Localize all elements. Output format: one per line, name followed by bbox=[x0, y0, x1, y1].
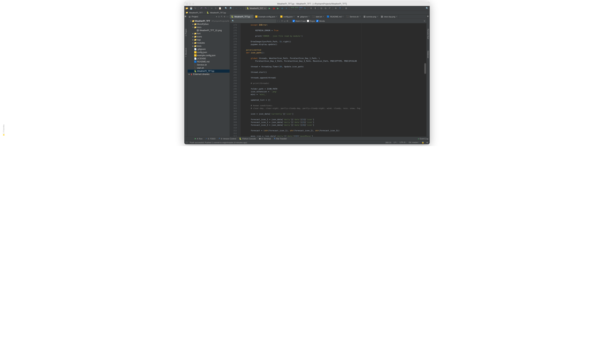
debug-icon[interactable]: 🐞 bbox=[272, 7, 275, 10]
compare-icon[interactable]: ⧉ bbox=[320, 7, 323, 10]
add-selection-icon[interactable]: ⊓ bbox=[281, 20, 283, 22]
vcs-tool-tab[interactable]: ↱9: Version Control bbox=[218, 138, 236, 140]
vcs-update-icon[interactable]: VCS↓ bbox=[291, 7, 294, 10]
save-icon[interactable]: 💾 bbox=[190, 7, 193, 10]
editor-tab[interactable]: ◆.gitignore× bbox=[296, 15, 311, 19]
remote-host-icon[interactable]: 🖥 bbox=[427, 15, 429, 18]
tree-item[interactable]: ▶📁tests bbox=[188, 44, 230, 48]
forward-icon[interactable]: → bbox=[239, 7, 242, 10]
close-tab-icon[interactable]: × bbox=[251, 16, 252, 18]
project-view-icon[interactable]: ▦ bbox=[189, 15, 191, 18]
hide-panel-icon[interactable]: — bbox=[226, 15, 229, 18]
revert-icon[interactable]: ↶ bbox=[328, 7, 331, 10]
deploy-icon[interactable]: 🖥 bbox=[344, 7, 348, 10]
stop-icon[interactable]: ⊕ bbox=[281, 7, 284, 10]
structure-tool-tab[interactable]: 7: Structure bbox=[185, 47, 187, 58]
refresh-icon[interactable]: ↻ bbox=[194, 7, 197, 10]
editor-tab[interactable]: 🟨example.config.json× bbox=[254, 15, 279, 19]
editor-tab[interactable]: 🟨config.json× bbox=[279, 15, 296, 19]
diff-icon[interactable]: ⧉ bbox=[324, 7, 327, 10]
tree-item[interactable]: 🟨example.config.json bbox=[188, 54, 230, 57]
indent-icon[interactable]: ≡ bbox=[285, 7, 288, 10]
minimize-window-button[interactable] bbox=[189, 3, 191, 5]
replace-icon[interactable]: 🔎 bbox=[229, 7, 232, 10]
tree-item[interactable]: 📄LICENSE bbox=[188, 57, 230, 60]
tree-item[interactable]: ▶📁MicroPython bbox=[188, 23, 230, 26]
file-encoding[interactable]: UTF-8 ⁞ bbox=[400, 141, 406, 143]
back-icon[interactable]: ← bbox=[235, 7, 238, 10]
copy-icon[interactable]: ⎘ bbox=[214, 7, 217, 10]
paste-icon[interactable]: 📋 bbox=[218, 7, 221, 10]
prev-match-icon[interactable]: ↑ bbox=[277, 20, 278, 22]
tree-item[interactable]: ⬛start.sh bbox=[188, 66, 230, 69]
match-case-checkbox[interactable]: Match Case bbox=[293, 20, 306, 22]
project-tool-tab[interactable]: 1: Project bbox=[185, 28, 187, 37]
vcs-commit-icon[interactable]: VCS↑ bbox=[295, 7, 298, 10]
close-tab-icon[interactable]: × bbox=[396, 16, 397, 18]
git-branch[interactable]: Git: master ⁞ bbox=[409, 141, 419, 143]
status-icon[interactable]: ▢ bbox=[186, 141, 187, 143]
run-configuration-select[interactable]: 🐍 WeatherPi_TFT bbox=[245, 7, 267, 10]
close-tab-icon[interactable]: × bbox=[293, 16, 294, 18]
event-log-tab[interactable]: ●Event Log bbox=[418, 138, 428, 140]
close-tab-icon[interactable]: × bbox=[276, 16, 277, 18]
breadcrumb-file[interactable]: WeatherPi_TFT.py bbox=[210, 12, 226, 14]
line-separator[interactable]: LF ⁞ bbox=[394, 141, 397, 143]
help-icon[interactable]: ? bbox=[338, 7, 341, 10]
tree-item[interactable]: 🟦README.md bbox=[188, 60, 230, 63]
editor[interactable]: 273 274 275 276 277 278 279 280 281 282 … bbox=[230, 23, 426, 137]
project-tree[interactable]: ▼ 📁 WeatherPi_TFT ~/PycharmProjects/W ▶📁… bbox=[188, 19, 230, 137]
editor-tab[interactable]: 🖼sunrise.png× bbox=[362, 15, 380, 19]
search-everywhere-icon[interactable]: 🔍 bbox=[425, 7, 429, 10]
favorites-tool-tab[interactable]: ⭐ 2: Favorites bbox=[3, 124, 5, 136]
close-tab-icon[interactable]: × bbox=[342, 16, 343, 18]
lock-icon[interactable]: 🔒 bbox=[422, 141, 424, 143]
search-input[interactable] bbox=[231, 19, 276, 23]
zoom-window-button[interactable] bbox=[192, 3, 194, 5]
breadcrumb-project[interactable]: WeatherPi_TFT bbox=[189, 12, 203, 14]
editor-tab[interactable]: ⬛start.sh× bbox=[311, 15, 326, 19]
editor-tab[interactable]: 🟦README.md× bbox=[326, 15, 345, 19]
editor-scrollbar[interactable] bbox=[424, 23, 426, 137]
caret-position[interactable]: 380:15 bbox=[385, 142, 391, 143]
tree-item[interactable]: 🟨config.json bbox=[188, 51, 230, 54]
vcs-push-icon[interactable]: VCS⇧ bbox=[299, 7, 302, 10]
tree-item[interactable]: ▶📁modules bbox=[188, 41, 230, 44]
close-tab-icon[interactable]: × bbox=[308, 16, 309, 18]
words-checkbox[interactable]: Words bbox=[316, 20, 325, 22]
editor-tab[interactable]: 🖼clear-day.png× bbox=[380, 15, 399, 19]
cut-icon[interactable]: ✂ bbox=[210, 7, 213, 10]
todo-tool-tab[interactable]: ✓6: TODO bbox=[205, 138, 216, 140]
inspector-icon[interactable]: ◐ bbox=[427, 141, 428, 143]
tree-root[interactable]: ▼ 📁 WeatherPi_TFT ~/PycharmProjects/W bbox=[188, 19, 230, 23]
close-tab-icon[interactable]: × bbox=[360, 16, 361, 18]
close-window-button[interactable] bbox=[186, 3, 188, 5]
scroll-from-source-icon[interactable]: ⊙ bbox=[218, 15, 220, 18]
close-find-icon[interactable]: ✕ bbox=[423, 20, 425, 22]
tree-item[interactable]: ▶📁icons bbox=[188, 35, 230, 38]
editor-tab[interactable]: 🐍WeatherPi_TFT.py× bbox=[230, 15, 254, 19]
project-stripe-icon[interactable]: ▦ bbox=[185, 15, 187, 18]
tree-item[interactable]: 🖼WeatherPi_TFT_01.png bbox=[188, 29, 230, 32]
tree-item[interactable]: ▼📁docs bbox=[188, 26, 230, 29]
run-icon[interactable]: ▶ bbox=[268, 7, 271, 10]
database-tab[interactable]: Database bbox=[427, 50, 429, 59]
settings-icon[interactable]: ✲ bbox=[334, 7, 337, 10]
redo-icon[interactable]: ↷ bbox=[204, 7, 207, 10]
file-transfer-tab[interactable]: ⇅File Transfer bbox=[274, 138, 287, 140]
remote-host-tab[interactable]: Remote Host bbox=[427, 28, 429, 40]
filter-icon[interactable]: ⚙ bbox=[287, 20, 288, 22]
undo-icon[interactable]: ↶ bbox=[200, 7, 203, 10]
external-libraries[interactable]: ▶ ▮ External Libraries bbox=[188, 73, 230, 76]
close-tab-icon[interactable]: × bbox=[323, 16, 324, 18]
tree-item[interactable]: ▶📁font bbox=[188, 32, 230, 35]
select-all-icon[interactable]: ⊔ bbox=[284, 20, 286, 22]
code-content[interactable]: except IOError: REFRESH_ERROR = True pri… bbox=[241, 23, 361, 137]
coverage-icon[interactable]: ▶ bbox=[276, 7, 279, 10]
panel-settings-icon[interactable]: ✲ bbox=[224, 15, 225, 18]
python-console-tab[interactable]: 🐍Python Console bbox=[239, 138, 256, 140]
next-match-icon[interactable]: ↓ bbox=[279, 20, 280, 22]
sync-icon[interactable]: ↻ bbox=[303, 7, 306, 10]
scrollbar-thumb[interactable] bbox=[424, 63, 426, 74]
tree-item[interactable]: 🐍WeatherPi_TFT.py bbox=[188, 69, 230, 73]
